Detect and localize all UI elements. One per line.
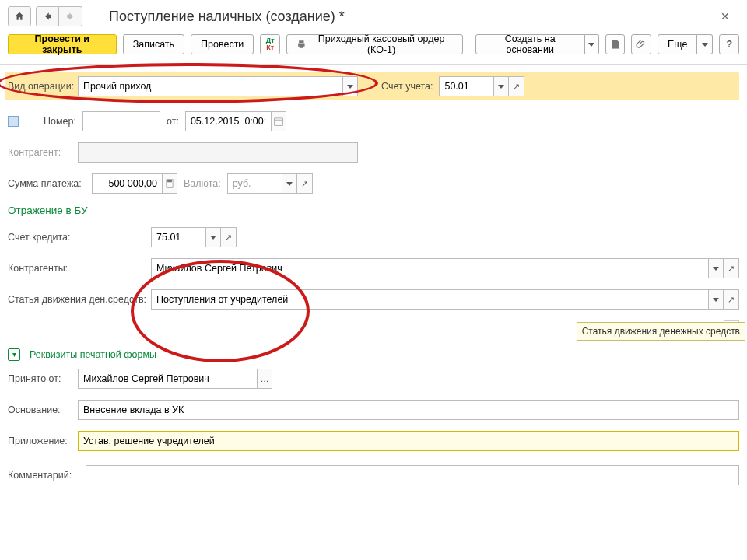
attachment-input[interactable] xyxy=(78,431,739,451)
nav-back-button[interactable] xyxy=(36,6,59,26)
counterparty-label: Контрагент: xyxy=(8,147,72,158)
currency-input[interactable] xyxy=(227,173,282,194)
help-button[interactable]: ? xyxy=(719,34,739,54)
dropdown-toggle[interactable] xyxy=(205,227,221,247)
svg-rect-2 xyxy=(167,180,172,182)
arrow-right-icon xyxy=(65,11,76,22)
print-section-title: Реквизиты печатной формы xyxy=(30,349,156,360)
open-ref-button[interactable]: ↗ xyxy=(509,76,524,96)
post-button[interactable]: Провести xyxy=(191,34,254,54)
home-icon xyxy=(14,11,25,22)
dropdown-toggle[interactable] xyxy=(282,173,297,194)
print-ko1-button[interactable]: Приходный кассовый ордер (КО-1) xyxy=(286,34,463,54)
chevron-down-icon xyxy=(713,267,719,271)
report-button[interactable] xyxy=(605,34,626,54)
nav-forward-button[interactable] xyxy=(59,6,82,26)
dropdown-toggle[interactable] xyxy=(342,76,358,96)
number-input[interactable] xyxy=(82,111,160,131)
more-button[interactable]: Еще xyxy=(658,34,713,54)
line-marker-icon xyxy=(8,116,19,127)
comment-label: Комментарий: xyxy=(8,470,79,481)
cashflow-article-label: Статья движения ден.средств: xyxy=(8,294,145,305)
counterparty-input[interactable] xyxy=(78,142,358,163)
cashflow-tooltip: Статья движения денежных средств xyxy=(577,322,745,341)
bu-section-title: Отражение в БУ xyxy=(8,205,739,216)
home-button[interactable] xyxy=(8,6,31,26)
operation-type-select[interactable] xyxy=(78,76,342,96)
open-ref-button[interactable]: ↗ xyxy=(724,258,739,278)
page-title: Поступление наличных (создание) * xyxy=(109,9,345,25)
open-ref-button[interactable]: ↗ xyxy=(724,289,739,310)
attachment-label: Приложение: xyxy=(8,436,72,446)
counterparties-input[interactable] xyxy=(151,258,708,278)
document-icon xyxy=(610,39,621,50)
operation-type-label: Вид операции: xyxy=(8,81,72,92)
paperclip-icon xyxy=(636,39,647,50)
dtkt-icon: ДтКт xyxy=(266,37,275,51)
basis-label: Основание: xyxy=(8,404,72,415)
payment-sum-input[interactable] xyxy=(92,173,162,194)
ellipsis-button[interactable]: … xyxy=(257,369,272,389)
account-input[interactable] xyxy=(439,76,493,96)
write-button[interactable]: Записать xyxy=(123,34,184,54)
basis-input[interactable] xyxy=(78,400,739,420)
post-and-close-button[interactable]: Провести и закрыть xyxy=(8,34,117,54)
open-ref-button[interactable]: ↗ xyxy=(221,227,237,247)
payment-sum-label: Сумма платежа: xyxy=(8,178,86,189)
print-section-toggle[interactable]: ▾ xyxy=(8,348,20,361)
chevron-down-icon xyxy=(286,182,293,186)
chevron-down-icon xyxy=(713,298,719,302)
credit-account-input[interactable] xyxy=(151,227,205,247)
cashflow-article-input[interactable] xyxy=(151,289,708,310)
credit-account-label: Счет кредита: xyxy=(8,232,145,243)
printer-icon xyxy=(296,39,307,50)
calculator-icon xyxy=(164,178,175,189)
comment-input[interactable] xyxy=(86,465,739,485)
chevron-down-icon xyxy=(498,85,504,89)
currency-label: Валюта: xyxy=(184,178,221,189)
open-ref-button[interactable]: ↗ xyxy=(297,173,313,194)
dropdown-toggle[interactable] xyxy=(708,289,724,310)
chevron-down-icon xyxy=(210,236,216,240)
chevron-down-icon xyxy=(702,43,708,47)
received-from-label: Принято от: xyxy=(8,373,72,384)
account-label: Счет учета: xyxy=(381,81,433,92)
chevron-down-icon xyxy=(347,85,353,89)
calendar-button[interactable] xyxy=(271,111,286,131)
date-input[interactable] xyxy=(185,111,271,131)
close-button[interactable]: ✕ xyxy=(721,10,730,23)
received-from-input[interactable] xyxy=(78,369,257,389)
chevron-down-icon xyxy=(588,43,594,47)
dropdown-toggle[interactable] xyxy=(493,76,509,96)
calendar-icon xyxy=(273,116,284,127)
arrow-left-icon xyxy=(42,11,53,22)
dropdown-toggle[interactable] xyxy=(708,258,724,278)
svg-rect-0 xyxy=(275,118,283,125)
dtkt-button[interactable]: ДтКт xyxy=(260,34,280,54)
counterparties-label: Контрагенты: xyxy=(8,263,145,274)
date-from-label: от: xyxy=(167,116,179,127)
calculator-button[interactable] xyxy=(162,173,177,194)
create-based-on-button[interactable]: Создать на основании xyxy=(475,34,599,54)
attach-button[interactable] xyxy=(631,34,651,54)
number-label: Номер: xyxy=(28,116,76,127)
